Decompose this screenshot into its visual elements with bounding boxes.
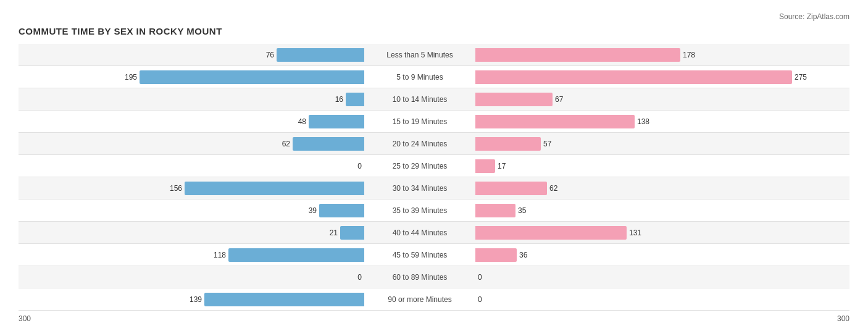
table-row: 4815 to 19 Minutes138 [19,111,849,133]
male-value: 195 [125,73,137,82]
row-label: 90 or more Minutes [364,295,475,304]
axis-bottom: 300 300 [19,314,849,323]
female-bar-area: 36 [475,244,821,266]
bar-female [475,204,515,217]
male-value: 0 [357,273,362,282]
row-label: 30 to 34 Minutes [364,184,475,193]
female-value: 57 [543,140,551,148]
female-bar-area: 0 [475,288,821,310]
table-row: 6220 to 24 Minutes57 [19,133,849,155]
bar-male [346,93,364,106]
table-row: 1610 to 14 Minutes67 [19,88,849,111]
male-bar-area: 0 [19,155,364,177]
female-bar-area: 131 [475,222,821,243]
female-bar-area: 67 [475,88,821,110]
chart-area: 76Less than 5 Minutes1781955 to 9 Minute… [19,44,849,311]
table-row: 2140 to 44 Minutes131 [19,222,849,244]
female-value: 275 [795,73,807,82]
male-value: 139 [190,295,202,304]
male-bar-area: 76 [19,44,364,65]
female-value: 138 [637,117,649,126]
male-bar-area: 48 [19,111,364,132]
male-bar-area: 156 [19,177,364,199]
male-bar-area: 139 [19,288,364,310]
female-value: 131 [629,229,641,237]
chart-title: COMMUTE TIME BY SEX IN ROCKY MOUNT [19,26,849,36]
bar-female [475,137,541,151]
male-bar-area: 0 [19,266,364,288]
row-label: 15 to 19 Minutes [364,117,475,126]
female-value: 67 [555,95,563,104]
bar-female [475,182,547,195]
row-label: 10 to 14 Minutes [364,95,475,104]
bar-female [475,115,635,128]
bar-female [475,226,627,240]
male-value: 48 [298,117,306,126]
female-bar-area: 35 [475,199,821,221]
axis-left: 300 [19,314,31,323]
male-value: 76 [266,51,274,59]
axis-right: 300 [837,314,849,323]
male-value: 16 [335,95,343,104]
male-value: 118 [214,251,226,259]
bar-male [228,248,364,262]
bar-male [185,182,364,195]
table-row: 025 to 29 Minutes17 [19,155,849,177]
bar-male [340,226,364,240]
male-value: 21 [330,229,338,237]
row-label: 60 to 89 Minutes [364,273,475,282]
table-row: 15630 to 34 Minutes62 [19,177,849,199]
bar-female [475,70,792,84]
bar-male [140,70,364,84]
row-label: 20 to 24 Minutes [364,140,475,148]
female-value: 178 [683,51,695,59]
female-bar-area: 178 [475,44,821,65]
bar-female [475,159,495,173]
bar-male [277,48,364,62]
female-value: 36 [519,251,527,259]
male-bar-area: 195 [19,66,364,88]
row-label: 25 to 29 Minutes [364,162,475,170]
female-bar-area: 17 [475,155,821,177]
table-row: 3935 to 39 Minutes35 [19,199,849,222]
male-bar-area: 21 [19,222,364,243]
female-value: 62 [549,184,557,193]
female-bar-area: 0 [475,266,821,288]
female-value: 35 [518,206,526,215]
bar-male [293,137,364,151]
row-label: 40 to 44 Minutes [364,229,475,237]
row-label: 45 to 59 Minutes [364,251,475,259]
male-value: 0 [357,162,362,170]
bar-female [475,248,517,262]
row-label: Less than 5 Minutes [364,51,475,59]
bar-female [475,48,680,62]
bar-male [309,115,364,128]
table-row: 76Less than 5 Minutes178 [19,44,849,66]
row-label: 5 to 9 Minutes [364,73,475,82]
bar-male [204,293,364,306]
male-bar-area: 16 [19,88,364,110]
female-bar-area: 138 [475,111,821,132]
female-bar-area: 57 [475,133,821,154]
table-row: 11845 to 59 Minutes36 [19,244,849,266]
male-value: 62 [282,140,290,148]
chart-container: Source: ZipAtlas.com COMMUTE TIME BY SEX… [19,12,849,323]
male-value: 39 [309,206,317,215]
female-value: 17 [498,162,506,170]
female-value: 0 [478,295,482,304]
bar-female [475,93,553,106]
row-label: 35 to 39 Minutes [364,206,475,215]
male-bar-area: 62 [19,133,364,154]
male-bar-area: 39 [19,199,364,221]
female-bar-area: 275 [475,66,821,88]
male-bar-area: 118 [19,244,364,266]
male-value: 156 [170,184,182,193]
female-bar-area: 62 [475,177,821,199]
table-row: 1955 to 9 Minutes275 [19,66,849,88]
bar-male [319,204,364,217]
source-label: Source: ZipAtlas.com [19,12,849,21]
table-row: 13990 or more Minutes0 [19,288,849,311]
female-value: 0 [478,273,482,282]
table-row: 060 to 89 Minutes0 [19,266,849,288]
